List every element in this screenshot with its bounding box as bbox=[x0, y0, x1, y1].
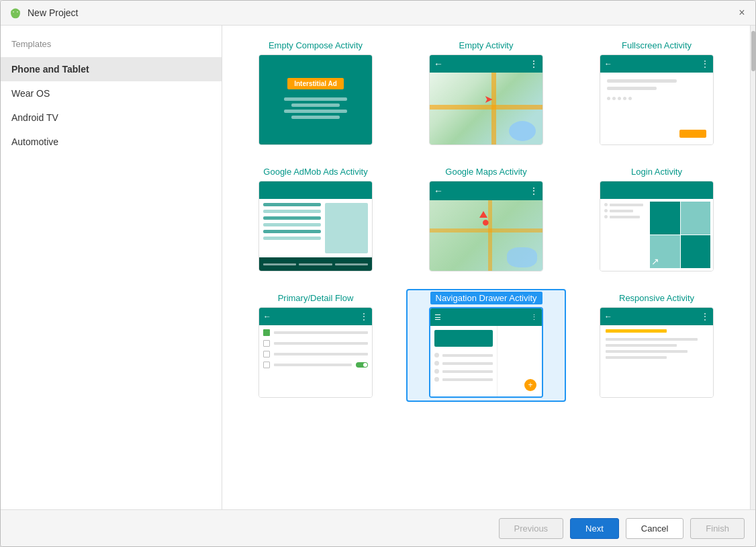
cancel-button[interactable]: Cancel bbox=[626, 518, 683, 539]
template-preview-admob bbox=[258, 181, 373, 271]
template-label-responsive: Responsive Activity bbox=[619, 293, 694, 303]
menu-dots-icon: ⋮ bbox=[360, 312, 368, 321]
back-arrow-icon: ← bbox=[604, 312, 612, 321]
fab-icon: + bbox=[524, 379, 536, 391]
template-responsive[interactable]: Responsive Activity ← ⋮ bbox=[577, 289, 737, 402]
template-preview-primary-detail: ← ⋮ bbox=[258, 307, 373, 398]
dialog-body: Templates Phone and Tablet Wear OS Andro… bbox=[1, 26, 755, 509]
template-label-fullscreen: Fullscreen Activity bbox=[622, 40, 692, 50]
back-arrow-icon: ← bbox=[263, 312, 271, 321]
sidebar-item-android-tv[interactable]: Android TV bbox=[1, 106, 222, 130]
menu-dots-icon: ⋮ bbox=[701, 59, 709, 69]
templates-grid: Empty Compose Activity Interstitial Ad bbox=[236, 36, 737, 402]
previous-button[interactable]: Previous bbox=[499, 518, 564, 539]
template-empty-activity[interactable]: Empty Activity ← ⋮ bbox=[406, 36, 566, 149]
template-label-empty-compose: Empty Compose Activity bbox=[269, 40, 363, 50]
menu-dots-icon: ⋮ bbox=[529, 58, 538, 69]
sidebar-item-automotive[interactable]: Automotive bbox=[1, 130, 222, 154]
sidebar-item-phone-tablet[interactable]: Phone and Tablet bbox=[1, 57, 222, 81]
menu-dots-icon: ⋮ bbox=[529, 185, 538, 196]
template-label-admob: Google AdMob Ads Activity bbox=[263, 167, 367, 177]
svg-point-1 bbox=[17, 11, 18, 13]
template-preview-login: ↗ bbox=[600, 181, 714, 271]
templates-content: Empty Compose Activity Interstitial Ad bbox=[222, 26, 750, 509]
template-label-login: Login Activity bbox=[631, 167, 682, 177]
template-preview-empty-activity: ← ⋮ ➤ bbox=[429, 54, 543, 145]
back-arrow-icon: ← bbox=[434, 58, 443, 69]
template-nav-drawer[interactable]: Navigation Drawer Activity ☰ ⋮ bbox=[406, 289, 566, 402]
template-label-nav-drawer: Navigation Drawer Activity bbox=[430, 293, 542, 303]
close-button[interactable]: × bbox=[737, 7, 747, 18]
content-with-scroll: Empty Compose Activity Interstitial Ad bbox=[222, 26, 755, 509]
title-bar-left: New Project bbox=[9, 6, 78, 19]
svg-point-0 bbox=[13, 11, 14, 13]
arrow-icon: ↗ bbox=[651, 256, 659, 267]
sidebar-item-wear-os[interactable]: Wear OS bbox=[1, 81, 222, 106]
finish-button[interactable]: Finish bbox=[690, 518, 745, 539]
dialog-footer: Previous Next Cancel Finish bbox=[1, 509, 755, 546]
template-google-maps[interactable]: Google Maps Activity ← ⋮ bbox=[406, 163, 566, 276]
next-button[interactable]: Next bbox=[570, 518, 619, 539]
menu-icon: ☰ bbox=[434, 313, 441, 322]
ad-badge: Interstitial Ad bbox=[287, 78, 344, 89]
template-label-empty-activity: Empty Activity bbox=[459, 40, 514, 50]
scrollbar[interactable] bbox=[750, 26, 755, 509]
new-project-dialog: New Project × Templates Phone and Tablet… bbox=[0, 0, 756, 547]
template-label-maps: Google Maps Activity bbox=[445, 167, 526, 177]
sidebar-header: Templates bbox=[1, 36, 222, 57]
template-preview-nav-drawer: ☰ ⋮ bbox=[429, 307, 543, 398]
template-primary-detail[interactable]: Primary/Detail Flow ← ⋮ bbox=[236, 289, 395, 402]
template-google-admob[interactable]: Google AdMob Ads Activity bbox=[236, 163, 395, 276]
template-preview-maps: ← ⋮ ● bbox=[429, 181, 543, 271]
back-arrow-icon: ← bbox=[434, 185, 443, 196]
menu-dots-icon: ⋮ bbox=[530, 313, 538, 322]
back-arrow-icon: ← bbox=[604, 59, 612, 69]
dialog-title: New Project bbox=[28, 7, 78, 18]
template-login-activity[interactable]: Login Activity bbox=[577, 163, 737, 276]
template-empty-compose[interactable]: Empty Compose Activity Interstitial Ad bbox=[236, 36, 395, 149]
template-preview-empty-compose: Interstitial Ad bbox=[258, 54, 373, 145]
android-icon bbox=[9, 6, 22, 19]
sidebar: Templates Phone and Tablet Wear OS Andro… bbox=[1, 26, 222, 509]
menu-dots-icon: ⋮ bbox=[701, 312, 709, 321]
template-preview-fullscreen: ← ⋮ bbox=[600, 54, 714, 145]
template-preview-responsive: ← ⋮ bbox=[600, 307, 714, 398]
template-label-primary-detail: Primary/Detail Flow bbox=[278, 293, 354, 303]
template-fullscreen-activity[interactable]: Fullscreen Activity ← ⋮ bbox=[577, 36, 737, 149]
title-bar: New Project × bbox=[1, 1, 755, 26]
